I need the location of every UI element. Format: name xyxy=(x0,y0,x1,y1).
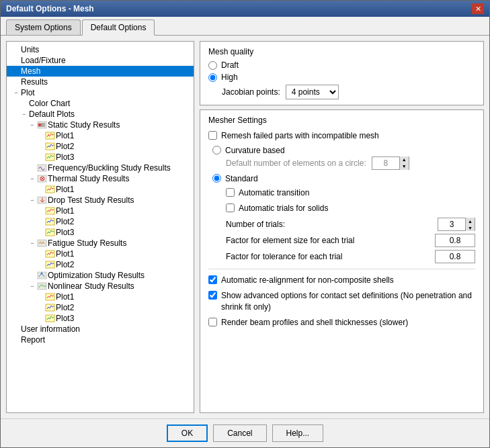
close-button[interactable]: ✕ xyxy=(472,3,484,14)
tree-label-user-info: User information xyxy=(21,324,80,334)
tree-item-default-plots[interactable]: − Default Plots xyxy=(7,109,194,120)
high-radio-row: High xyxy=(208,73,475,82)
tree-label-report: Report xyxy=(21,335,45,345)
draft-radio[interactable] xyxy=(208,61,217,70)
tree-item-static-study[interactable]: − Static Study Results xyxy=(7,120,194,130)
expand-spacer xyxy=(36,250,44,258)
expand-spacer xyxy=(36,228,44,236)
nonlinear-study-icon xyxy=(37,281,48,291)
thermal-study-icon xyxy=(37,174,48,183)
num-trials-row: Number of trials: ▲ ▼ xyxy=(226,218,475,231)
tree-item-nonlinear-plot2[interactable]: Plot2 xyxy=(7,302,194,313)
spin-buttons: ▲ ▼ xyxy=(399,156,409,170)
expand-spacer xyxy=(36,304,44,312)
tree-item-static-plot1[interactable]: Plot1 xyxy=(7,130,194,141)
auto-trials-checkbox[interactable] xyxy=(226,204,235,212)
auto-trials-label: Automatic trials for solids xyxy=(239,203,328,214)
expand-spacer xyxy=(12,46,20,54)
tree-label-units: Units xyxy=(21,45,39,54)
tree-label-nonlinear-plot3: Plot3 xyxy=(56,314,74,323)
tree-item-fatigue-plot1[interactable]: Plot1 xyxy=(7,249,194,259)
factor-element-row: Factor for element size for each trial xyxy=(226,234,475,247)
tree-label-static-study: Static Study Results xyxy=(48,120,120,130)
standard-section: Standard Automatic transition Automatic … xyxy=(212,174,475,264)
tree-item-drop-test[interactable]: − Drop Test Study Results xyxy=(7,195,194,206)
tree-item-thermal-study[interactable]: − Thermal Study Results xyxy=(7,173,194,184)
auto-transition-checkbox[interactable] xyxy=(226,188,235,197)
num-trials-spin-down[interactable]: ▼ xyxy=(465,224,475,231)
default-elements-label: Default number of elements on a circle: xyxy=(226,159,366,168)
tree-label-nonlinear-study: Nonlinear Study Results xyxy=(48,281,134,291)
main-window: Default Options - Mesh ✕ System Options … xyxy=(0,0,490,448)
help-button[interactable]: Help... xyxy=(272,424,324,442)
auto-realign-checkbox[interactable] xyxy=(208,275,217,284)
tree-item-fatigue-plot2[interactable]: Plot2 xyxy=(7,259,194,270)
auto-realign-label: Automatic re-alignment for non-composite… xyxy=(221,275,394,286)
expand-spacer xyxy=(28,164,36,172)
tree-item-drop-plot2[interactable]: Plot2 xyxy=(7,216,194,227)
right-panel: Mesh quality Draft High Jacobian points:… xyxy=(200,41,484,413)
curvature-sub-row: Default number of elements on a circle: … xyxy=(226,156,475,170)
plot-icon-d1 xyxy=(45,206,56,216)
curvature-radio[interactable] xyxy=(212,146,221,154)
plot-icon-f2 xyxy=(45,260,56,269)
num-trials-input[interactable] xyxy=(438,220,465,229)
num-trials-spinbox: ▲ ▼ xyxy=(438,218,475,231)
tree-item-drop-plot1[interactable]: Plot1 xyxy=(7,206,194,216)
plot-icon-s3 xyxy=(45,152,56,162)
tree-item-plot[interactable]: − Plot xyxy=(7,87,194,98)
tree-label-nonlinear-plot1: Plot1 xyxy=(56,292,74,302)
tree-item-fatigue-study[interactable]: − Fatigue Study Results xyxy=(7,238,194,249)
remesh-checkbox[interactable] xyxy=(208,131,217,140)
tree-item-user-info[interactable]: User information xyxy=(7,324,194,334)
tree-item-freq-buckling[interactable]: Frequency/Buckling Study Results xyxy=(7,163,194,173)
spin-up[interactable]: ▲ xyxy=(399,156,409,163)
tree-item-mesh[interactable]: Mesh xyxy=(7,66,194,77)
expand-spacer xyxy=(36,207,44,215)
freq-buckling-icon xyxy=(37,163,48,173)
render-beam-checkbox[interactable] xyxy=(208,318,217,326)
tree-item-load-fixture[interactable]: Load/Fixture xyxy=(7,55,194,66)
expand-spacer xyxy=(12,336,20,344)
ok-button[interactable]: OK xyxy=(167,424,208,442)
tree-item-static-plot2[interactable]: Plot2 xyxy=(7,141,194,152)
tree-item-nonlinear-study[interactable]: − Nonlinear Study Results xyxy=(7,281,194,292)
high-radio[interactable] xyxy=(208,73,217,82)
tree-item-static-plot3[interactable]: Plot3 xyxy=(7,152,194,163)
tree-item-drop-plot3[interactable]: Plot3 xyxy=(7,227,194,238)
expand-icon-fatigue: − xyxy=(28,239,36,247)
factor-element-input[interactable] xyxy=(435,234,475,247)
tree-item-color-chart[interactable]: Color Chart xyxy=(7,98,194,109)
plot-icon-n3 xyxy=(45,314,56,323)
num-trials-spin-up[interactable]: ▲ xyxy=(465,218,475,224)
tree-label-drop-plot3: Plot3 xyxy=(56,228,74,237)
tree-item-nonlinear-plot1[interactable]: Plot1 xyxy=(7,292,194,302)
show-advanced-checkbox[interactable] xyxy=(208,291,217,300)
tab-system-options[interactable]: System Options xyxy=(6,19,81,35)
window-title: Default Options - Mesh xyxy=(6,4,94,13)
tree-label-drop-test: Drop Test Study Results xyxy=(48,195,134,205)
expand-spacer xyxy=(36,293,44,301)
tree-item-nonlinear-plot3[interactable]: Plot3 xyxy=(7,313,194,324)
tree-item-report[interactable]: Report xyxy=(7,334,194,345)
factor-tolerance-input[interactable] xyxy=(435,250,475,263)
tree-item-units[interactable]: Units xyxy=(7,44,194,55)
cancel-button[interactable]: Cancel xyxy=(213,424,266,442)
spin-down[interactable]: ▼ xyxy=(399,163,409,170)
tree-label-nonlinear-plot2: Plot2 xyxy=(56,303,74,312)
draft-radio-row: Draft xyxy=(208,60,475,70)
tree-label-fatigue-plot2: Plot2 xyxy=(56,260,74,269)
default-elements-spinbox: ▲ ▼ xyxy=(372,156,409,170)
svg-point-3 xyxy=(48,134,49,136)
tree-label-fatigue-study: Fatigue Study Results xyxy=(48,238,126,248)
jacobian-select[interactable]: 4 points 6 points 8 points 16 points 29 … xyxy=(286,85,339,99)
expand-spacer xyxy=(36,314,44,322)
factor-tolerance-row: Factor for tolerance for each trial xyxy=(226,250,475,263)
tree-item-optimization-study[interactable]: Optimization Study Results xyxy=(7,270,194,281)
standard-radio[interactable] xyxy=(212,174,221,183)
tab-default-options[interactable]: Default Options xyxy=(82,19,155,36)
tree-item-thermal-plot1[interactable]: Plot1 xyxy=(7,184,194,195)
draft-label: Draft xyxy=(221,60,239,70)
tree-item-results[interactable]: Results xyxy=(7,77,194,87)
default-elements-input[interactable] xyxy=(372,159,399,168)
